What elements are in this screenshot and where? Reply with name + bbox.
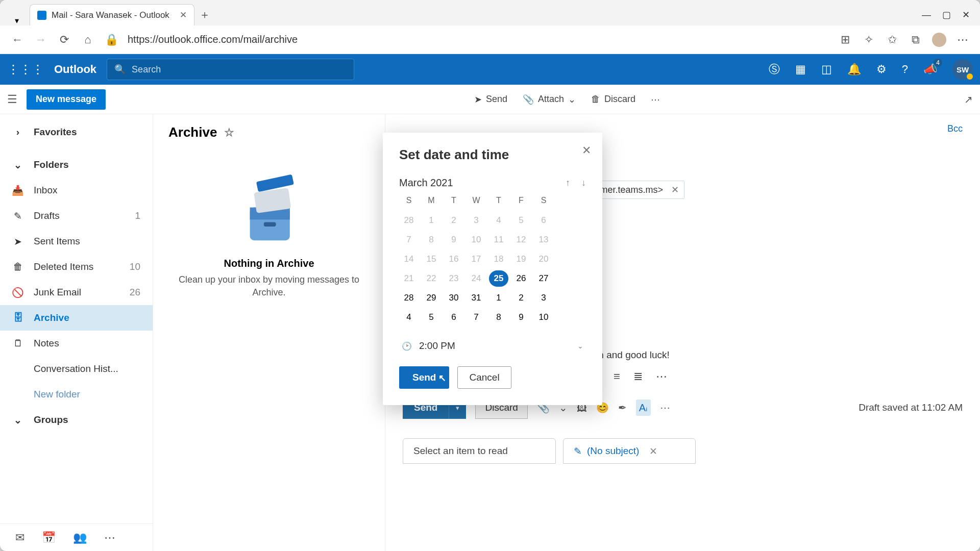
calendar-day[interactable]: 1 xyxy=(489,290,508,306)
calendar-day[interactable]: 4 xyxy=(399,309,419,325)
calendar-day: 3 xyxy=(467,212,486,229)
calendar-day: 24 xyxy=(467,270,486,287)
calendar-day: 12 xyxy=(511,232,531,248)
calendar-day[interactable]: 2 xyxy=(511,290,531,306)
dow-label: S xyxy=(534,196,553,209)
calendar-day: 28 xyxy=(399,212,419,229)
calendar-day: 8 xyxy=(422,232,441,248)
calendar-day[interactable]: 30 xyxy=(444,290,463,306)
clock-icon: 🕑 xyxy=(402,341,412,351)
dialog-send-button[interactable]: Send ↖ xyxy=(399,366,449,389)
calendar-day: 20 xyxy=(534,251,553,267)
dow-label: F xyxy=(511,196,531,209)
calendar-day: 21 xyxy=(399,270,419,287)
dow-label: T xyxy=(489,196,508,209)
calendar-day[interactable]: 3 xyxy=(534,290,553,306)
dow-label: W xyxy=(467,196,486,209)
dow-label: M xyxy=(422,196,441,209)
time-value: 2:00 PM xyxy=(419,340,455,352)
prev-month-icon[interactable]: ↑ xyxy=(566,178,570,188)
calendar-day: 5 xyxy=(511,212,531,229)
calendar-day: 14 xyxy=(399,251,419,267)
calendar-day[interactable]: 31 xyxy=(467,290,486,306)
calendar-day: 22 xyxy=(422,270,441,287)
calendar-day: 18 xyxy=(489,251,508,267)
time-picker[interactable]: 🕑 2:00 PM ⌄ xyxy=(399,337,586,355)
dow-label: S xyxy=(399,196,419,209)
next-month-icon[interactable]: ↓ xyxy=(581,178,586,188)
calendar-day[interactable]: 5 xyxy=(422,309,441,325)
dow-label: T xyxy=(444,196,463,209)
calendar-day[interactable]: 25 xyxy=(489,270,508,287)
calendar-day: 23 xyxy=(444,270,463,287)
calendar-day[interactable]: 27 xyxy=(534,270,553,287)
close-dialog-icon[interactable]: ✕ xyxy=(582,144,591,157)
calendar-day[interactable]: 7 xyxy=(467,309,486,325)
calendar-day: 11 xyxy=(489,232,508,248)
chevron-down-icon: ⌄ xyxy=(577,342,583,350)
calendar-day[interactable]: 29 xyxy=(422,290,441,306)
calendar-day: 13 xyxy=(534,232,553,248)
calendar-day: 7 xyxy=(399,232,419,248)
set-date-time-dialog: Set date and time ✕ March 2021 ↑ ↓ SMTWT… xyxy=(383,133,602,405)
calendar-day[interactable]: 28 xyxy=(399,290,419,306)
calendar-day: 17 xyxy=(467,251,486,267)
dialog-title: Set date and time xyxy=(399,147,586,163)
calendar-day[interactable]: 26 xyxy=(511,270,531,287)
calendar-day[interactable]: 10 xyxy=(534,309,553,325)
calendar-day: 6 xyxy=(534,212,553,229)
calendar-day: 16 xyxy=(444,251,463,267)
cursor-icon: ↖ xyxy=(438,372,446,384)
dialog-cancel-button[interactable]: Cancel xyxy=(457,366,511,389)
calendar-day[interactable]: 9 xyxy=(511,309,531,325)
calendar-month-label: March 2021 xyxy=(399,177,453,189)
calendar-grid: SMTWTFS281234567891011121314151617181920… xyxy=(399,196,586,325)
calendar-day: 15 xyxy=(422,251,441,267)
calendar-day: 1 xyxy=(422,212,441,229)
calendar-day: 2 xyxy=(444,212,463,229)
calendar-day: 19 xyxy=(511,251,531,267)
calendar-day[interactable]: 8 xyxy=(489,309,508,325)
browser-window: ▾ Mail - Sara Wanasek - Outlook ✕ ＋ ― ▢ … xyxy=(0,0,980,551)
calendar-day: 10 xyxy=(467,232,486,248)
calendar-day[interactable]: 6 xyxy=(444,309,463,325)
calendar-day: 4 xyxy=(489,212,508,229)
calendar-day: 9 xyxy=(444,232,463,248)
